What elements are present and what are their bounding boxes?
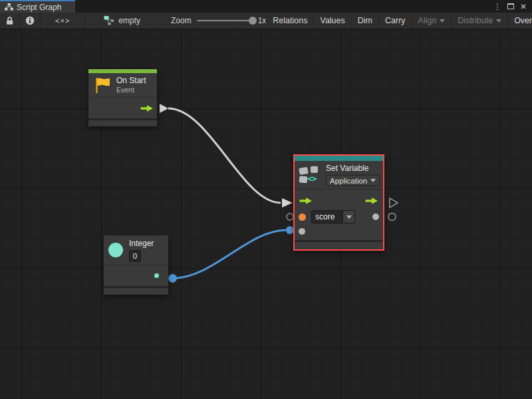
dim-button[interactable]: Dim <box>352 13 379 29</box>
carry-button[interactable]: Carry <box>379 13 412 29</box>
zoom-value: 1x <box>258 16 267 25</box>
tab-script-graph[interactable]: Script Graph <box>0 0 75 13</box>
setvariable-flow-output-port-outer[interactable] <box>390 198 398 207</box>
variable-accent-bar <box>295 156 383 161</box>
setvariable-value-row <box>295 224 383 239</box>
variable-name-input[interactable] <box>311 210 343 223</box>
caret-down-icon <box>370 179 376 182</box>
node-on-start[interactable]: On Start Event <box>88 69 157 126</box>
graph-name-label: empty <box>118 16 140 25</box>
onstart-port-row <box>88 98 157 118</box>
tab-label: Script Graph <box>17 3 61 12</box>
flow-output-port-arrow-icon[interactable] <box>140 104 154 113</box>
code-icon: <×> <box>55 17 70 25</box>
graph-breadcrumb[interactable]: empty <box>85 13 147 29</box>
setvariable-header: <> Set Variable Application <box>295 161 383 190</box>
script-graph-window: Script Graph ⋮ ✕ <×> <box>0 0 532 399</box>
code-preview-button[interactable]: <×> <box>41 13 85 29</box>
title-bar: Script Graph ⋮ ✕ <box>0 0 532 13</box>
variable-name-field-group <box>311 210 355 223</box>
integer-port-row <box>104 265 168 286</box>
integer-title: Integer <box>129 239 154 249</box>
caret-down-icon <box>346 215 352 219</box>
distribute-button[interactable]: Distribute <box>452 13 508 29</box>
onstart-title: On Start <box>116 76 146 86</box>
value-wire-integer-to-setvariable[interactable] <box>173 230 286 279</box>
integer-value-input[interactable] <box>129 250 141 262</box>
lock-icon <box>5 16 14 25</box>
set-variable-icon: <> <box>299 166 321 184</box>
zoom-label: Zoom <box>171 16 192 25</box>
scope-value: Application <box>330 177 367 185</box>
setvariable-flow-row <box>295 192 383 209</box>
close-icon[interactable]: ✕ <box>520 3 527 11</box>
setvariable-footer <box>295 242 383 249</box>
setvariable-value-output-port-outer[interactable] <box>388 213 396 221</box>
graph-toolbar: <×> empty Zoom 1x Relations Values Dim C… <box>0 13 532 29</box>
onstart-subtitle: Event <box>116 86 146 95</box>
value-output-port[interactable] <box>372 213 379 220</box>
onstart-header: On Start Event <box>88 73 157 98</box>
flag-icon <box>93 76 111 94</box>
integer-output-port[interactable] <box>154 273 159 278</box>
flow-input-port-arrow-icon[interactable] <box>299 196 313 205</box>
window-controls: ⋮ ✕ <box>493 0 532 13</box>
code-angle-brackets-icon: <> <box>307 174 317 184</box>
variable-name-input-port[interactable] <box>299 213 306 221</box>
setvariable-flow-input-connector[interactable] <box>282 198 293 207</box>
zoom-slider-track[interactable] <box>197 20 253 21</box>
zoom-slider-handle[interactable] <box>249 17 257 25</box>
variable-name-dropdown-button[interactable] <box>343 210 355 223</box>
graph-canvas[interactable]: On Start Event <> <box>0 29 532 399</box>
setvariable-value-input-port-outer[interactable] <box>287 213 293 220</box>
zoom-control: Zoom 1x <box>171 13 266 29</box>
node-integer[interactable]: Integer <box>104 235 168 295</box>
info-icon <box>25 16 35 25</box>
values-button[interactable]: Values <box>314 13 351 29</box>
integer-value-output-connector[interactable] <box>168 274 177 283</box>
integer-footer <box>104 288 168 295</box>
setvariable-name-row <box>295 209 383 224</box>
onstart-flow-output-connector[interactable] <box>160 104 168 113</box>
connection-layer <box>0 29 532 399</box>
setvariable-title: Set Variable <box>326 164 380 174</box>
onstart-footer <box>88 120 157 126</box>
caret-down-icon <box>440 19 445 23</box>
integer-header: Integer <box>104 235 168 265</box>
align-button[interactable]: Align <box>412 13 452 29</box>
graph-hierarchy-icon <box>5 3 13 11</box>
node-set-variable[interactable]: <> Set Variable Application <box>293 154 384 251</box>
flow-output-port-arrow-icon[interactable] <box>364 196 379 205</box>
graph-node-icon <box>104 15 114 26</box>
flow-wire-onstart-to-setvariable[interactable] <box>168 108 281 203</box>
info-button[interactable] <box>20 13 41 29</box>
maximize-icon[interactable] <box>507 3 514 9</box>
caret-down-icon <box>496 19 501 23</box>
integer-circle-icon <box>108 243 123 257</box>
relations-button[interactable]: Relations <box>266 13 314 29</box>
window-menu-icon[interactable]: ⋮ <box>493 3 501 11</box>
lock-button[interactable] <box>0 13 20 29</box>
overview-button[interactable]: Overview <box>508 13 532 29</box>
variable-scope-dropdown[interactable]: Application <box>326 175 380 186</box>
value-input-port[interactable] <box>299 228 305 235</box>
toolbar-right-group: Relations Values Dim Carry Align Distrib… <box>266 13 532 29</box>
